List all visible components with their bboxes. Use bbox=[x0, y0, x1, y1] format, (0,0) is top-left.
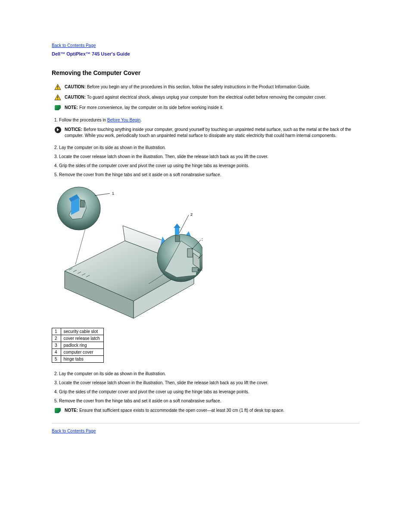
step-3b: 3. Locate the cover release latch shown … bbox=[52, 380, 359, 385]
svg-rect-21 bbox=[80, 200, 84, 207]
step-5: 5. Remove the cover from the hinge tabs … bbox=[52, 172, 359, 177]
svg-rect-5 bbox=[57, 99, 58, 100]
table-row: 4 computer cover bbox=[52, 349, 104, 356]
section-title: Removing the Computer Cover bbox=[52, 69, 359, 76]
before-you-begin-link[interactable]: Before You Begin bbox=[107, 118, 140, 122]
notice-icon bbox=[54, 127, 61, 133]
svg-marker-27 bbox=[175, 227, 179, 235]
svg-text:3: 3 bbox=[202, 237, 202, 242]
table-row: 2 cover release latch bbox=[52, 335, 104, 342]
caution-2-body: To guard against electrical shock, alway… bbox=[87, 95, 326, 100]
back-to-contents-top-link[interactable]: Back to Contents Page bbox=[52, 43, 96, 48]
note-icon bbox=[54, 105, 61, 111]
divider bbox=[52, 423, 359, 423]
notice-1-text: NOTICE: Before touching anything inside … bbox=[65, 127, 359, 138]
step-4b: 4. Grip the sides of the computer cover … bbox=[52, 389, 359, 394]
caution-2-label: CAUTION: bbox=[65, 95, 87, 100]
part-num: 2 bbox=[52, 335, 61, 342]
part-label: computer cover bbox=[61, 349, 103, 356]
svg-text:2: 2 bbox=[190, 212, 193, 217]
step-4: 4. Grip the sides of the computer cover … bbox=[52, 163, 359, 168]
svg-rect-26 bbox=[175, 236, 180, 242]
note-1: NOTE: For more convenience, lay the comp… bbox=[52, 105, 359, 111]
svg-rect-31 bbox=[192, 268, 198, 272]
part-label: security cable slot bbox=[61, 328, 103, 335]
caution-1-label: CAUTION: bbox=[65, 84, 87, 89]
note-2-label: NOTE: bbox=[65, 408, 79, 413]
notice-1: NOTICE: Before touching anything inside … bbox=[52, 127, 359, 138]
caution-1: CAUTION: Before you begin any of the pro… bbox=[52, 84, 359, 90]
parts-table: 1 security cable slot 2 cover release la… bbox=[52, 328, 104, 363]
svg-rect-4 bbox=[57, 96, 58, 98]
note-1-label: NOTE: bbox=[65, 105, 79, 110]
document-title: Dell™ OptiPlex™ 745 User's Guide bbox=[52, 51, 359, 56]
part-num: 4 bbox=[52, 349, 61, 356]
notice-1-body: Before touching anything inside your com… bbox=[65, 127, 351, 138]
step-5b: 5. Remove the cover from the hinge tabs … bbox=[52, 398, 359, 403]
notice-1-label: NOTICE: bbox=[65, 127, 84, 132]
cover-removal-figure: 1 2 3 4 5 bbox=[52, 185, 359, 323]
note-2-text: NOTE: Ensure that sufficient space exist… bbox=[65, 408, 359, 414]
part-label: hinge tabs bbox=[61, 356, 103, 363]
caution-icon bbox=[54, 94, 61, 100]
step-1: 1. Follow the procedures in Before You B… bbox=[52, 118, 359, 122]
table-row: 3 padlock ring bbox=[52, 342, 104, 349]
note-icon bbox=[54, 408, 61, 414]
table-row: 1 security cable slot bbox=[52, 328, 104, 335]
step-1-text: 1. Follow the procedures in bbox=[54, 118, 107, 122]
svg-line-32 bbox=[179, 215, 189, 233]
part-label: padlock ring bbox=[61, 342, 103, 349]
note-2-body: Ensure that sufficient space exists to a… bbox=[79, 408, 284, 413]
back-to-contents-bottom-link[interactable]: Back to Contents Page bbox=[52, 429, 96, 433]
part-num: 3 bbox=[52, 342, 61, 349]
table-row: 5 hinge tabs bbox=[52, 356, 104, 363]
step-1-after: . bbox=[140, 118, 142, 122]
caution-2-text: CAUTION: To guard against electrical sho… bbox=[65, 94, 359, 100]
caution-1-body: Before you begin any of the procedures i… bbox=[87, 84, 311, 89]
part-label: cover release latch bbox=[61, 335, 103, 342]
svg-line-22 bbox=[95, 193, 110, 196]
note-2: NOTE: Ensure that sufficient space exist… bbox=[52, 408, 359, 414]
svg-marker-28 bbox=[174, 224, 181, 228]
svg-line-40 bbox=[75, 229, 85, 264]
caution-1-text: CAUTION: Before you begin any of the pro… bbox=[65, 84, 359, 90]
caution-icon bbox=[54, 84, 61, 90]
step-2b: 2. Lay the computer on its side as shown… bbox=[52, 371, 359, 376]
step-2: 2. Lay the computer on its side as shown… bbox=[52, 145, 359, 150]
svg-text:1: 1 bbox=[112, 191, 114, 196]
svg-rect-2 bbox=[57, 88, 58, 89]
note-1-body: For more convenience, lay the computer o… bbox=[79, 105, 224, 110]
step-3: 3. Locate the cover release latch shown … bbox=[52, 154, 359, 159]
part-num: 5 bbox=[52, 356, 61, 363]
svg-rect-1 bbox=[57, 86, 58, 88]
note-1-text: NOTE: For more convenience, lay the comp… bbox=[65, 105, 359, 111]
caution-2: CAUTION: To guard against electrical sho… bbox=[52, 94, 359, 100]
svg-rect-29 bbox=[187, 249, 193, 257]
part-num: 1 bbox=[52, 328, 61, 335]
